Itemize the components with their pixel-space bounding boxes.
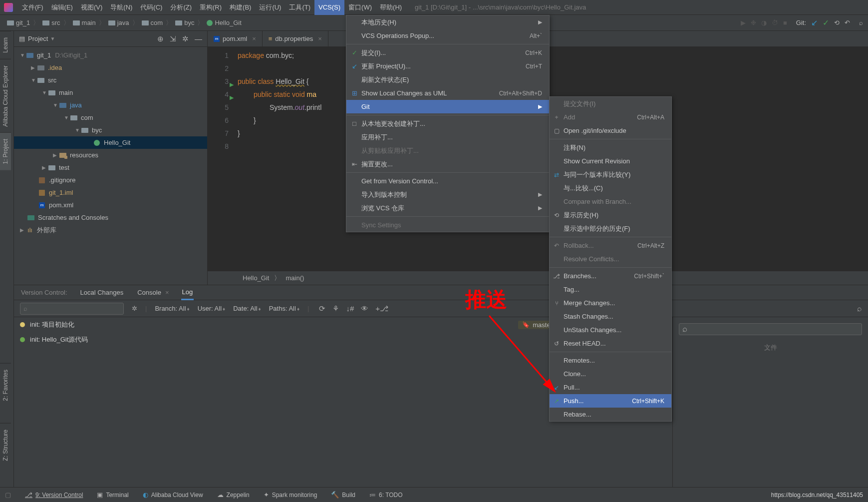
submenu-item[interactable]: UnStash Changes...: [550, 323, 671, 337]
editor-tab-pom[interactable]: mpom.xml×: [208, 31, 263, 47]
submenu-item[interactable]: ⎇Branches...Ctrl+Shift+`: [550, 269, 671, 283]
project-title[interactable]: Project: [28, 35, 48, 42]
log-search-input[interactable]: ⌕: [20, 303, 124, 315]
tree-node-byc[interactable]: ▼byc: [14, 124, 207, 136]
hide-button[interactable]: —: [195, 34, 202, 43]
search-everywhere-icon[interactable]: ⌕: [859, 19, 863, 26]
submenu-item[interactable]: Tag...: [550, 283, 671, 296]
coverage-button[interactable]: ◑: [761, 19, 767, 26]
tree-node-pom[interactable]: mpom.xml: [14, 199, 207, 211]
menu-tools[interactable]: 工具(T): [285, 0, 314, 15]
close-icon[interactable]: ×: [165, 289, 169, 296]
submenu-item[interactable]: ▢Open .git/info/exclude: [550, 124, 671, 137]
breadcrumb-item[interactable]: git_1: [5, 19, 32, 26]
crumb-method[interactable]: main(): [286, 274, 304, 282]
bottom-tab-terminal[interactable]: ▣Terminal: [97, 491, 128, 499]
dropdown-icon[interactable]: ▼: [50, 36, 55, 41]
vc-tab-console[interactable]: Console: [136, 286, 162, 299]
search-icon[interactable]: ⌕: [857, 304, 862, 313]
menu-item[interactable]: □从本地更改创建补丁...: [346, 117, 549, 130]
bottom-tab-spark[interactable]: ✦Spark monitoring: [264, 491, 317, 499]
project-tree[interactable]: ▼git_1D:\Git\git_1 ▶.idea ▼src ▼main ▼ja…: [14, 47, 207, 238]
menu-analyze[interactable]: 分析(Z): [166, 0, 196, 15]
tree-node-hello-git[interactable]: Hello_Git: [14, 136, 207, 149]
breadcrumb-item[interactable]: Hello_Git: [205, 19, 243, 26]
profile-button[interactable]: ⏱: [772, 19, 778, 26]
menu-item[interactable]: Git▶: [346, 100, 549, 113]
branch-filter[interactable]: Branch: All♦: [155, 305, 189, 312]
menu-item[interactable]: 本地历史(H)▶: [346, 15, 549, 29]
date-filter[interactable]: Date: All♦: [233, 305, 261, 312]
dock-alibaba-cloud[interactable]: Alibaba Cloud Explorer: [0, 59, 11, 133]
go-to-hash-button[interactable]: ↓#: [346, 304, 354, 313]
run-gutter-icon[interactable]: ▶: [230, 78, 234, 91]
tree-node-scratches[interactable]: Scratches and Consoles: [14, 211, 207, 224]
new-branch-button[interactable]: +⎇: [375, 304, 388, 313]
menu-item[interactable]: ⊞Show Local Changes as UMLCtrl+Alt+Shift…: [346, 86, 549, 100]
tree-node-src[interactable]: ▼src: [14, 74, 207, 86]
tree-node-gitignore[interactable]: .gitignore: [14, 174, 207, 186]
dock-favorites[interactable]: 2: Favorites: [0, 363, 11, 407]
filter-settings-button[interactable]: ✲: [132, 305, 137, 312]
menu-item[interactable]: Get from Version Control...: [346, 174, 549, 188]
bottom-tab-version-control[interactable]: ⎇9: Version Control: [25, 491, 83, 499]
bottom-tab-alibaba[interactable]: ◐Alibaba Cloud View: [143, 491, 203, 499]
menu-view[interactable]: 视图(V): [77, 0, 106, 15]
stop-button[interactable]: ■: [783, 19, 787, 26]
settings-button[interactable]: ✲: [182, 34, 189, 43]
menu-build[interactable]: 构建(B): [226, 0, 255, 15]
menu-vcs[interactable]: VCS(S): [314, 0, 344, 15]
submenu-item[interactable]: Rebase...: [550, 408, 671, 421]
tree-node-external-libs[interactable]: ▶ılı外部库: [14, 224, 207, 236]
breadcrumb-item[interactable]: java: [106, 19, 131, 26]
debug-button[interactable]: ❉: [751, 19, 756, 26]
tool-window-toggle[interactable]: ▢: [5, 491, 11, 499]
breadcrumb-item[interactable]: com: [140, 19, 165, 26]
menu-run[interactable]: 运行(U): [255, 0, 285, 15]
git-update-icon[interactable]: ↙: [811, 18, 818, 27]
menu-code[interactable]: 代码(C): [136, 0, 166, 15]
dock-structure[interactable]: Z: Structure: [0, 423, 11, 467]
tree-node-test[interactable]: ▶test: [14, 161, 207, 174]
paths-filter[interactable]: Paths: All♦: [269, 305, 299, 312]
submenu-item[interactable]: 注释(N): [550, 141, 671, 154]
close-icon[interactable]: ×: [318, 35, 322, 42]
expand-all-button[interactable]: ⇲: [170, 34, 176, 43]
tree-node-root[interactable]: ▼git_1D:\Git\git_1: [14, 49, 207, 61]
vc-tab-local-changes[interactable]: Local Changes: [79, 286, 125, 299]
dock-learn[interactable]: Learn: [0, 31, 11, 59]
submenu-item[interactable]: ⇄与同一个版本库比较(Y): [550, 168, 671, 181]
menu-file[interactable]: 文件(F): [18, 0, 47, 15]
menu-item[interactable]: 应用补丁...: [346, 130, 549, 144]
git-commit-icon[interactable]: ✓: [823, 18, 829, 27]
menu-edit[interactable]: 编辑(E): [47, 0, 77, 15]
view-options-button[interactable]: 👁: [361, 304, 368, 313]
submenu-item[interactable]: ↺Reset HEAD...: [550, 337, 671, 350]
breadcrumb-item[interactable]: src: [40, 19, 62, 26]
submenu-item[interactable]: ⑂Merge Changes...: [550, 296, 671, 310]
git-rollback-icon[interactable]: ↶: [845, 19, 850, 26]
submenu-item[interactable]: ↙Pull...: [550, 381, 671, 394]
dock-project[interactable]: 1: Project: [0, 132, 11, 170]
cherry-pick-button[interactable]: ⚘: [332, 304, 339, 313]
tree-node-idea[interactable]: ▶.idea: [14, 61, 207, 74]
submenu-item[interactable]: Remotes...: [550, 354, 671, 367]
breadcrumb-item[interactable]: main: [71, 19, 98, 26]
submenu-item[interactable]: Show Current Revision: [550, 154, 671, 168]
menu-help[interactable]: 帮助(H): [376, 0, 406, 15]
vc-tab-log[interactable]: Log: [181, 285, 194, 300]
menu-item[interactable]: ↙更新 Project(U)...Ctrl+T: [346, 59, 549, 73]
git-history-icon[interactable]: ⟲: [834, 19, 840, 26]
tree-node-main[interactable]: ▼main: [14, 86, 207, 99]
crumb-class[interactable]: Hello_Git: [243, 274, 269, 282]
bottom-tab-todo[interactable]: ≔6: TODO: [369, 491, 403, 499]
bottom-tab-build[interactable]: 🔨Build: [331, 491, 355, 499]
tree-node-iml[interactable]: git_1.iml: [14, 186, 207, 199]
menu-item[interactable]: 导入到版本控制▶: [346, 188, 549, 201]
submenu-item[interactable]: Stash Changes...: [550, 310, 671, 323]
menu-window[interactable]: 窗口(W): [344, 0, 376, 15]
menu-item[interactable]: ✓提交(I)...Ctrl+K: [346, 46, 549, 59]
submenu-item[interactable]: Clone...: [550, 367, 671, 381]
submenu-item[interactable]: 显示选中部分的历史(F): [550, 222, 671, 235]
run-gutter-icon[interactable]: ▶: [230, 91, 234, 104]
